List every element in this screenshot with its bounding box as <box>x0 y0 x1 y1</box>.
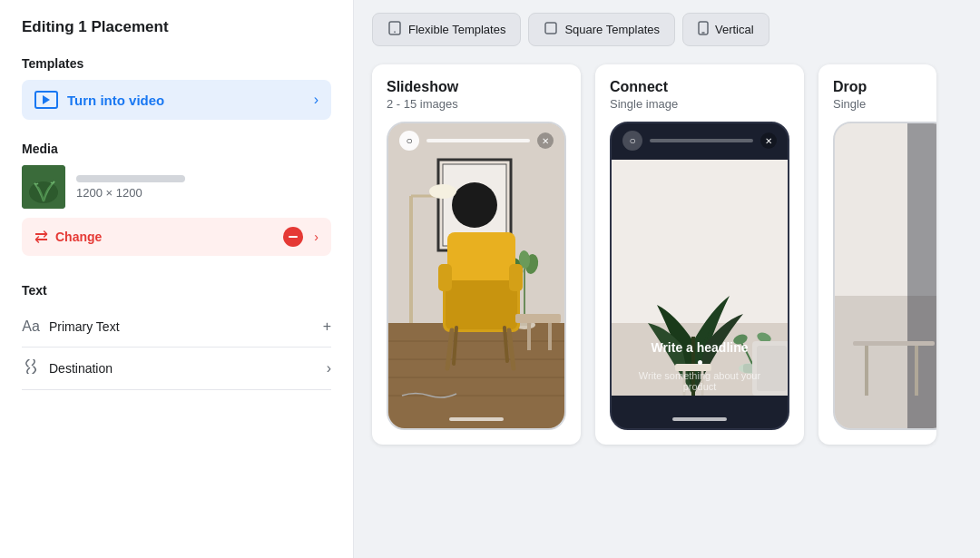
slideshow-circle-btn: ○ <box>399 131 419 151</box>
connect-close-icon[interactable]: ✕ <box>760 132 777 149</box>
change-arrows-icon: ⇄ <box>34 227 48 247</box>
destination-chevron-icon: › <box>327 360 331 377</box>
connect-title: Connect <box>610 79 789 95</box>
primary-text-add-icon: + <box>323 318 331 335</box>
change-btn-right: › <box>283 227 318 247</box>
slideshow-phone-mockup: ○ ✕ <box>387 122 566 430</box>
connect-phone-mockup: ○ ✕ <box>610 122 789 430</box>
media-dimensions: 1200 × 1200 <box>76 186 331 200</box>
square-tablet-icon <box>544 21 558 38</box>
svg-rect-33 <box>438 264 452 291</box>
tab-square-label: Square Templates <box>564 23 660 36</box>
minus-bar <box>289 236 298 238</box>
left-panel: Editing 1 Placement Templates Turn into … <box>0 0 354 558</box>
slideshow-subtitle: 2 - 15 images <box>387 97 566 111</box>
tab-square-templates[interactable]: Square Templates <box>528 13 675 46</box>
primary-text-left: Aa Primary Text <box>22 318 120 335</box>
tab-flexible-templates[interactable]: Flexible Templates <box>372 13 521 46</box>
drop-template-card[interactable]: Drop Single <box>818 64 936 445</box>
media-row: 1200 × 1200 <box>22 165 331 209</box>
slideshow-bottom-bar <box>449 417 504 421</box>
media-section: Media 1200 × 1200 <box>22 142 331 256</box>
slideshow-close-icon[interactable]: ✕ <box>537 132 554 149</box>
turn-into-video-label: Turn into video <box>67 93 164 108</box>
primary-text-label: Primary Text <box>49 319 120 334</box>
drop-subtitle: Single <box>833 97 922 111</box>
svg-rect-27 <box>447 232 515 287</box>
page-title: Editing 1 Placement <box>22 18 331 36</box>
svg-rect-35 <box>515 314 561 323</box>
drop-title: Drop <box>833 79 922 95</box>
chevron-right-icon: › <box>314 92 318 108</box>
minus-circle-icon <box>283 227 303 247</box>
turn-into-video-button[interactable]: Turn into video › <box>22 80 331 120</box>
link-icon <box>22 359 40 377</box>
connect-circle-btn: ○ <box>622 131 642 151</box>
connect-bottom-bar <box>672 417 727 421</box>
tab-vertical-templates[interactable]: Vertical <box>682 13 769 46</box>
svg-rect-28 <box>446 280 517 329</box>
destination-left: Destination <box>22 359 113 377</box>
slideshow-top-bar-line <box>426 139 530 142</box>
svg-rect-4 <box>545 23 556 34</box>
turn-into-video-left: Turn into video <box>34 91 164 109</box>
connect-subtitle: Single image <box>610 97 789 111</box>
connect-top-bar-line <box>650 139 753 142</box>
play-triangle-icon <box>43 95 50 104</box>
connect-headline: Write a headline <box>626 340 773 355</box>
change-btn-left: ⇄ Change <box>34 227 102 247</box>
destination-label: Destination <box>49 361 113 376</box>
connect-content: Write a headline Write something about y… <box>612 340 788 392</box>
templates-area: Slideshow 2 - 15 images ○ ✕ <box>354 46 980 558</box>
svg-rect-34 <box>509 264 523 291</box>
svg-rect-39 <box>612 160 789 323</box>
svg-point-16 <box>452 182 497 228</box>
media-info: 1200 × 1200 <box>76 175 331 200</box>
media-bar <box>76 175 185 182</box>
connect-dot <box>698 360 702 365</box>
slideshow-phone-top-bar: ○ ✕ <box>399 131 554 151</box>
primary-text-icon: Aa <box>22 318 40 335</box>
change-label: Change <box>55 230 102 244</box>
change-button[interactable]: ⇄ Change › <box>22 218 331 256</box>
drop-phone-mockup <box>833 122 936 430</box>
right-panel: Flexible Templates Square Templates Vert… <box>354 0 980 558</box>
slideshow-template-card[interactable]: Slideshow 2 - 15 images ○ ✕ <box>372 64 581 445</box>
tab-bar: Flexible Templates Square Templates Vert… <box>354 0 980 46</box>
slideshow-title: Slideshow <box>387 79 566 95</box>
svg-rect-54 <box>907 123 936 430</box>
phone-icon <box>698 21 709 38</box>
media-section-label: Media <box>22 142 331 156</box>
svg-rect-9 <box>388 323 566 430</box>
primary-text-row[interactable]: Aa Primary Text + <box>22 307 331 348</box>
tab-vertical-label: Vertical <box>715 23 754 36</box>
connect-subtext: Write something about your product <box>626 370 773 392</box>
media-thumbnail <box>22 165 65 209</box>
change-chevron-icon: › <box>314 230 318 244</box>
play-icon <box>34 91 58 109</box>
text-section-label: Text <box>22 283 331 298</box>
svg-point-19 <box>429 184 456 199</box>
connect-phone-top-bar: ○ ✕ <box>622 131 777 151</box>
templates-section-label: Templates <box>22 56 331 71</box>
svg-rect-55 <box>853 341 935 346</box>
tablet-icon <box>387 21 402 38</box>
text-section: Text Aa Primary Text + Destination › <box>22 283 331 390</box>
connect-template-card[interactable]: Connect Single image ○ ✕ <box>595 64 804 445</box>
destination-row[interactable]: Destination › <box>22 348 331 390</box>
tab-flexible-label: Flexible Templates <box>408 23 505 36</box>
